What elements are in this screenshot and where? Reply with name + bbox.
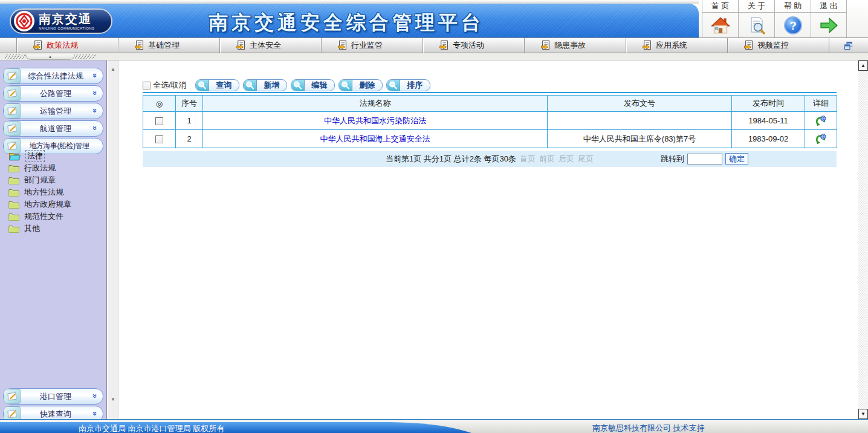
tree-item-other[interactable]: 其他: [8, 223, 40, 235]
detail-icon[interactable]: [815, 134, 826, 145]
tree-item-label: 行政法规: [24, 163, 56, 174]
row-doc-no: 中华人民共和国主席令(83)第7号: [548, 130, 732, 148]
tree-item-normative-documents[interactable]: 规范性文件: [8, 210, 63, 223]
table-row: 1 中华人民共和国水污染防治法 1984-05-11: [143, 112, 837, 130]
select-all-label: 全选/取消: [153, 80, 187, 91]
last-page-link[interactable]: 尾页: [578, 154, 594, 164]
page-body: 综合性法律法规 » 公路管理 » 运输管理 »: [0, 60, 868, 419]
detail-column-header: 详细: [805, 96, 837, 112]
row-no: 2: [176, 130, 203, 148]
help-link[interactable]: 帮 助: [775, 0, 811, 13]
folder-icon: [8, 212, 19, 221]
select-all-checkbox[interactable]: [143, 82, 151, 90]
tab-label: 行业监管: [351, 40, 383, 51]
about-link[interactable]: 关 于: [739, 0, 774, 13]
tab-industry-supervision[interactable]: 行业监管: [322, 38, 423, 53]
restore-window-icon[interactable]: [844, 41, 853, 50]
scroll-down-button[interactable]: ▼: [858, 409, 868, 419]
query-button[interactable]: 查询: [195, 79, 239, 91]
doc-icon: [135, 41, 144, 50]
sidebar-group-comprehensive-laws[interactable]: 综合性法律法规 »: [3, 68, 103, 84]
application-window: 南京交通 NANJING COMMUNICATIONS 南京交通安全综合管理平台…: [0, 0, 868, 433]
folder-icon: [8, 200, 19, 209]
prev-page-link[interactable]: 前页: [539, 154, 555, 164]
chevron-down-icon: »: [91, 73, 100, 77]
tree-item-label: 地方性法规: [24, 187, 63, 198]
doc-icon: [541, 41, 550, 50]
about-icon[interactable]: [739, 13, 774, 37]
button-label: 查询: [209, 80, 239, 91]
tab-label: 专项活动: [453, 40, 484, 51]
detail-icon[interactable]: [815, 116, 826, 126]
sidebar-group-highway-management[interactable]: 公路管理 »: [3, 85, 103, 102]
scroll-up-button[interactable]: ▲: [858, 60, 868, 71]
tab-video-surveillance[interactable]: 视频监控: [728, 38, 829, 53]
tab-policy-regulations[interactable]: 政策法规: [17, 38, 118, 53]
row-checkbox[interactable]: [155, 117, 163, 125]
jump-page-input[interactable]: [687, 154, 722, 164]
notepad-icon: [4, 86, 21, 101]
exit-link[interactable]: 退 出: [811, 0, 846, 13]
tree-item-label: 地方政府规章: [24, 199, 71, 210]
delete-button[interactable]: 删除: [338, 79, 383, 91]
tab-label: 政策法规: [47, 40, 78, 51]
sidebar-group-transport-management[interactable]: 运输管理 »: [3, 103, 103, 119]
sidebar-group-port-management[interactable]: 港口管理 »: [3, 388, 103, 405]
row-no: 1: [176, 112, 203, 130]
logo-title: 南京交通: [39, 13, 94, 25]
tab-basic-management[interactable]: 基础管理: [118, 38, 220, 53]
tab-label: 基础管理: [148, 40, 180, 51]
row-checkbox[interactable]: [155, 135, 163, 143]
sidebar-collapse-handle[interactable]: ▲: [5, 54, 96, 60]
doc-icon: [33, 41, 42, 50]
doc-icon: [236, 41, 245, 50]
open-folder-icon: [8, 152, 21, 161]
quicklink-help: 帮 助 ?: [774, 0, 811, 37]
date-column-header: 发布时间: [732, 96, 805, 112]
quicklink-exit: 退 出: [811, 0, 847, 37]
tree-item-local-regulations[interactable]: 地方性法规: [8, 186, 63, 198]
chevron-down-icon: »: [91, 108, 100, 112]
sidebar-scrollbar[interactable]: ▲ ▼: [108, 60, 118, 419]
tab-application-systems[interactable]: 应用系统: [626, 38, 728, 53]
sidebar: 综合性法律法规 » 公路管理 » 运输管理 »: [0, 60, 107, 419]
doc-icon: [338, 41, 347, 50]
sidebar-group-quick-query[interactable]: 快速查询 »: [3, 406, 103, 419]
help-icon[interactable]: ?: [775, 13, 811, 37]
footer-tech-support: 南京敏思科技有限公司 技术支持: [592, 423, 705, 433]
sidebar-group-waterway-management[interactable]: 航道管理 »: [3, 120, 103, 137]
scroll-down-icon[interactable]: ▼: [108, 397, 118, 402]
folder-icon: [8, 188, 19, 197]
tree-item-administrative-regulations[interactable]: 行政法规: [8, 162, 56, 174]
scroll-up-icon[interactable]: ▲: [108, 67, 118, 72]
tab-label: 主体安全: [250, 40, 281, 51]
magnifier-icon: [244, 80, 257, 91]
magnifier-icon: [339, 80, 352, 91]
confirm-button[interactable]: 确定: [725, 153, 748, 164]
law-link[interactable]: 中华人民共和国水污染防治法: [324, 116, 426, 125]
law-link[interactable]: 中华人民共和国海上交通安全法: [320, 134, 430, 143]
tab-subject-safety[interactable]: 主体安全: [220, 38, 322, 53]
tab-hazard-accidents[interactable]: 隐患事故: [525, 38, 626, 53]
tab-special-activities[interactable]: 专项活动: [423, 38, 525, 53]
notepad-icon: [4, 103, 21, 119]
add-button[interactable]: 新增: [243, 79, 287, 91]
sort-button[interactable]: 排序: [386, 79, 430, 91]
tree-item-laws[interactable]: 法律: [8, 150, 45, 162]
exit-icon[interactable]: [811, 13, 846, 37]
edit-button[interactable]: 编辑: [291, 79, 335, 91]
pagination-bar: 当前第1页 共分1页 总计2条 每页30条 首页 前页 后页 尾页 跳转到 确定: [143, 151, 837, 167]
footer-copyright: 南京市交通局 南京市港口管理局 版权所有: [79, 423, 224, 433]
footer-swoosh: [0, 420, 496, 433]
magnifier-icon: [291, 80, 305, 91]
home-link[interactable]: 首 页: [702, 0, 738, 13]
first-page-link[interactable]: 首页: [520, 154, 536, 164]
header-banner: 南京交通 NANJING COMMUNICATIONS 南京交通安全综合管理平台: [0, 4, 699, 37]
magnifier-icon: [387, 80, 400, 91]
tree-item-label: 法律: [25, 150, 45, 162]
next-page-link[interactable]: 后页: [559, 154, 574, 164]
tree-item-department-rules[interactable]: 部门规章: [8, 174, 56, 186]
tree-item-local-government-rules[interactable]: 地方政府规章: [8, 198, 71, 210]
main-scrollbar[interactable]: ▲ ▼: [858, 60, 868, 419]
home-icon[interactable]: [702, 13, 738, 37]
